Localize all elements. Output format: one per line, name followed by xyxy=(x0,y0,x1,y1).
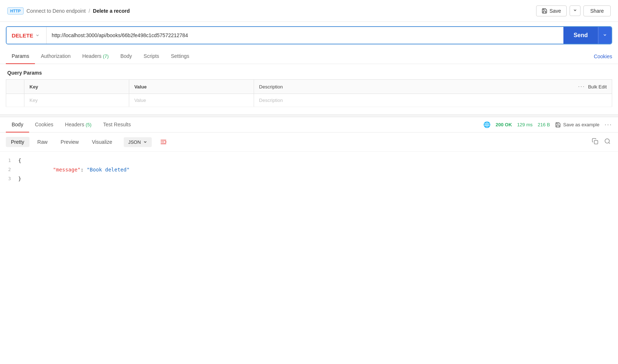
checkbox-cell xyxy=(6,94,24,107)
send-btn-group: Send xyxy=(563,27,611,44)
send-button[interactable]: Send xyxy=(563,27,598,44)
code-brace-close: } xyxy=(18,174,21,183)
params-placeholder-row: Key Value Description xyxy=(6,94,612,107)
svg-line-5 xyxy=(609,142,610,143)
json-format-selector[interactable]: JSON xyxy=(124,137,152,147)
response-tab-cookies[interactable]: Cookies xyxy=(29,117,59,132)
response-tabs-bar: Body Cookies Headers (5) Test Results 🌐 … xyxy=(0,117,618,132)
key-cell[interactable]: Key xyxy=(24,94,129,107)
checkbox-col-header xyxy=(6,80,24,94)
response-tab-headers[interactable]: Headers (5) xyxy=(59,117,98,132)
wrap-toggle-button[interactable] xyxy=(156,136,171,148)
json-chevron-icon xyxy=(143,140,147,144)
top-bar: HTTP Connect to Deno endpoint / Delete a… xyxy=(0,0,618,22)
code-line-1: 1 { xyxy=(0,156,618,165)
tab-authorization[interactable]: Authorization xyxy=(35,49,76,64)
headers-badge: (7) xyxy=(103,54,109,59)
bulk-edit-label[interactable]: Bulk Edit xyxy=(588,84,607,90)
method-selector[interactable]: DELETE xyxy=(7,27,47,44)
send-chevron-icon xyxy=(603,33,607,37)
tab-scripts[interactable]: Scripts xyxy=(138,49,165,64)
line-num-2: 2 xyxy=(0,165,18,174)
svg-rect-3 xyxy=(594,140,598,144)
more-options-icon[interactable]: ··· xyxy=(578,83,585,90)
share-button[interactable]: Share xyxy=(583,5,611,16)
response-tab-test-results[interactable]: Test Results xyxy=(97,117,136,132)
globe-icon: 🌐 xyxy=(483,121,491,128)
tab-body[interactable]: Body xyxy=(115,49,138,64)
code-view: 1 { 2 "message": "Book deleted" 3 } xyxy=(0,152,618,188)
copy-button[interactable] xyxy=(590,136,600,148)
top-actions: Save Share xyxy=(536,5,611,16)
code-line-3: 3 } xyxy=(0,174,618,183)
section-divider xyxy=(0,114,618,117)
code-key: "message" xyxy=(53,167,80,173)
url-bar: DELETE Send xyxy=(6,26,612,44)
key-col-header: Key xyxy=(24,80,129,94)
line-num-3: 3 xyxy=(0,174,18,183)
save-button[interactable]: Save xyxy=(536,5,567,16)
breadcrumb-prefix: Connect to Deno endpoint xyxy=(27,8,86,14)
query-params-section: Query Params Key Value Description ··· B… xyxy=(0,64,618,107)
format-tab-preview[interactable]: Preview xyxy=(56,137,84,147)
method-label: DELETE xyxy=(12,32,33,39)
value-col-header: Value xyxy=(129,80,254,94)
breadcrumb-current: Delete a record xyxy=(93,8,130,14)
save-label: Save xyxy=(550,8,561,14)
url-input[interactable] xyxy=(47,27,563,44)
breadcrumb-separator: / xyxy=(88,8,90,14)
wrap-icon xyxy=(160,138,167,146)
format-tab-raw[interactable]: Raw xyxy=(32,137,53,147)
response-time: 129 ms xyxy=(517,122,533,127)
cookies-link[interactable]: Cookies xyxy=(594,49,612,64)
save-example-icon xyxy=(555,122,561,128)
response-headers-badge: (5) xyxy=(86,122,91,127)
format-bar: Pretty Raw Preview Visualize JSON xyxy=(0,132,618,152)
search-button[interactable] xyxy=(603,136,612,148)
request-tabs-bar: Params Authorization Headers (7) Body Sc… xyxy=(0,49,618,64)
format-tab-pretty[interactable]: Pretty xyxy=(6,137,29,147)
response-more-options[interactable]: ··· xyxy=(605,121,612,128)
save-icon xyxy=(542,8,547,14)
response-meta: 🌐 200 OK 129 ms 216 B Save as example ··… xyxy=(483,117,612,132)
params-table: Key Value Description ··· Bulk Edit Key xyxy=(6,79,612,107)
line-num-1: 1 xyxy=(0,156,18,165)
tab-settings[interactable]: Settings xyxy=(165,49,195,64)
format-actions xyxy=(590,136,612,148)
format-tab-visualize[interactable]: Visualize xyxy=(87,137,117,147)
tab-headers[interactable]: Headers (7) xyxy=(76,49,115,64)
send-dropdown-button[interactable] xyxy=(598,27,611,44)
response-size: 216 B xyxy=(538,122,550,127)
description-cell[interactable]: Description xyxy=(254,94,612,107)
save-example-button[interactable]: Save as example xyxy=(555,122,599,128)
breadcrumb: HTTP Connect to Deno endpoint / Delete a… xyxy=(7,7,130,15)
save-dropdown-button[interactable] xyxy=(570,5,581,16)
tab-params[interactable]: Params xyxy=(6,49,35,64)
chevron-down-icon xyxy=(573,8,577,12)
code-line-2: 2 "message": "Book deleted" xyxy=(0,165,618,174)
status-code: 200 OK xyxy=(496,122,512,127)
value-cell[interactable]: Value xyxy=(129,94,254,107)
description-col-header: Description ··· Bulk Edit xyxy=(254,80,612,94)
http-badge: HTTP xyxy=(7,7,24,15)
query-params-title: Query Params xyxy=(0,64,618,79)
code-value: "Book deleted" xyxy=(87,167,130,173)
svg-point-4 xyxy=(605,139,609,143)
search-icon xyxy=(604,138,611,145)
response-tab-body[interactable]: Body xyxy=(6,117,29,132)
code-line-2-content: "message": "Book deleted" xyxy=(18,165,130,174)
copy-icon xyxy=(592,138,598,145)
method-chevron-icon xyxy=(35,33,40,37)
code-brace-open: { xyxy=(18,156,21,165)
